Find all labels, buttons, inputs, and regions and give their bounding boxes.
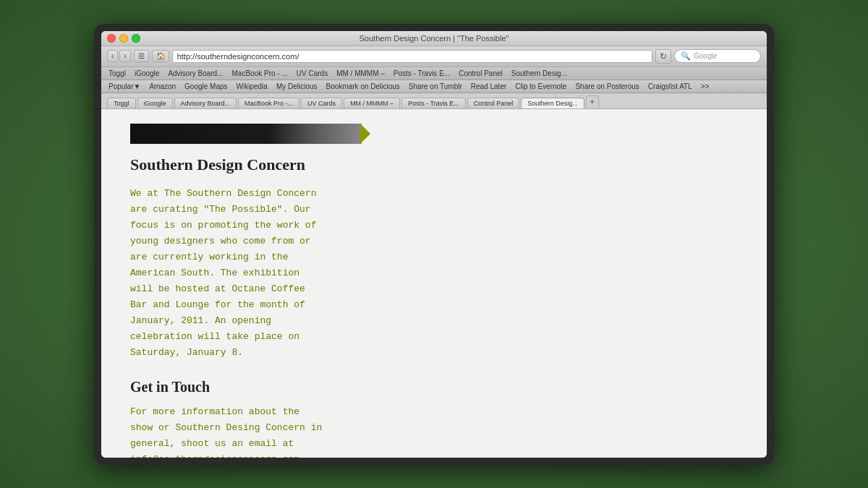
search-placeholder: Google	[694, 52, 717, 60]
traffic-lights	[107, 34, 140, 43]
bookmark-gmaps[interactable]: Google Maps	[183, 82, 229, 91]
address-text: http://southerndesignconcern.com/	[177, 52, 299, 61]
refresh-button[interactable]: ↻	[655, 49, 671, 64]
bookmark-igoogle[interactable]: iGoogle	[133, 69, 161, 78]
bookmark-posts[interactable]: Posts - Travis E...	[392, 69, 451, 78]
bookmark-posterous[interactable]: Share on Posterous	[574, 82, 640, 91]
forward-button[interactable]: ›	[119, 50, 130, 62]
nav-arrows: ‹ ›	[107, 50, 131, 62]
browser-titlebar: Southern Design Concern | "The Possible"	[101, 31, 767, 46]
close-button[interactable]	[107, 34, 116, 43]
page-main-body: We at The Southern Design Concern are cu…	[130, 186, 405, 361]
home-button[interactable]: 🏠	[152, 50, 169, 62]
header-bar-arrow	[360, 124, 370, 144]
maximize-button[interactable]	[132, 34, 140, 43]
tab-uvcards[interactable]: UV Cards	[301, 98, 342, 108]
tab-macbook[interactable]: MacBook Pro -...	[238, 98, 299, 108]
bookmark-toggl[interactable]: Toggl	[107, 69, 127, 78]
tab-southern[interactable]: Southern Desig...	[521, 98, 584, 108]
bookmarks-toolbar-2: Popular▼ Amazon Google Maps Wikipedia My…	[101, 80, 767, 93]
browser-window: Southern Design Concern | "The Possible"…	[101, 31, 767, 458]
section-heading: Get in Touch	[130, 379, 738, 395]
bookmark-southern[interactable]: Southern Desig...	[510, 69, 569, 78]
bookmarks-toolbar: Toggl iGoogle Advisory Board... MacBook …	[101, 67, 767, 80]
tab-advisory[interactable]: Advisory Board...	[174, 98, 237, 108]
bookmark-wikipedia[interactable]: Wikipedia	[235, 82, 269, 91]
tab-control[interactable]: Control Panel	[467, 98, 520, 108]
tab-mm[interactable]: MM / MMMM –	[344, 98, 400, 108]
bookmark-evernote[interactable]: Clip to Evernote	[514, 82, 568, 91]
bookmark-tumblr[interactable]: Share on Tumblr	[407, 82, 464, 91]
tab-igoogle[interactable]: iGoogle	[137, 98, 173, 108]
bookmark-mydelicious[interactable]: My Delicious	[275, 82, 319, 91]
bookmark-amazon[interactable]: Amazon	[148, 82, 177, 91]
tabs-bar: Toggl iGoogle Advisory Board... MacBook …	[101, 93, 767, 109]
section-body: For more information about the show or S…	[130, 404, 405, 458]
bookmark-macbook[interactable]: MacBook Pro - ...	[231, 69, 289, 78]
page-content: Southern Design Concern We at The Southe…	[101, 109, 767, 458]
window-title: Southern Design Concern | "The Possible"	[359, 34, 509, 43]
minimize-button[interactable]	[119, 34, 128, 43]
new-tab-button[interactable]: +	[586, 95, 599, 108]
bookmark-mm[interactable]: MM / MMMM –	[335, 69, 386, 78]
search-bar[interactable]: 🔍 Google	[674, 49, 761, 63]
monitor: Southern Design Concern | "The Possible"…	[94, 24, 774, 465]
bookmark-popular[interactable]: Popular▼	[107, 82, 142, 91]
address-bar[interactable]: http://southerndesignconcern.com/	[172, 50, 652, 63]
bookmark-craigslist[interactable]: Craigslist ATL	[647, 82, 694, 91]
header-bar-bg	[130, 124, 362, 144]
browser-navbar: ‹ › ☰ 🏠 http://southerndesignconcern.com…	[101, 46, 767, 67]
bookmark-more[interactable]: >>	[699, 82, 711, 91]
bookmark-control[interactable]: Control Panel	[457, 69, 504, 78]
page-main-heading: Southern Design Concern	[130, 155, 738, 174]
bookmarks-button[interactable]: ☰	[134, 50, 149, 62]
bookmark-readlater[interactable]: Read Later	[469, 82, 508, 91]
tab-posts[interactable]: Posts - Travis E...	[401, 98, 466, 108]
tab-toggl[interactable]: Toggl	[107, 98, 136, 108]
bookmark-advisory[interactable]: Advisory Board...	[166, 69, 224, 78]
back-button[interactable]: ‹	[107, 50, 118, 62]
header-graphic	[130, 124, 369, 144]
bookmark-uvcards[interactable]: UV Cards	[295, 69, 329, 78]
search-icon: 🔍	[681, 51, 691, 61]
bookmark-bookondelicious[interactable]: Bookmark on Delicious	[325, 82, 401, 91]
